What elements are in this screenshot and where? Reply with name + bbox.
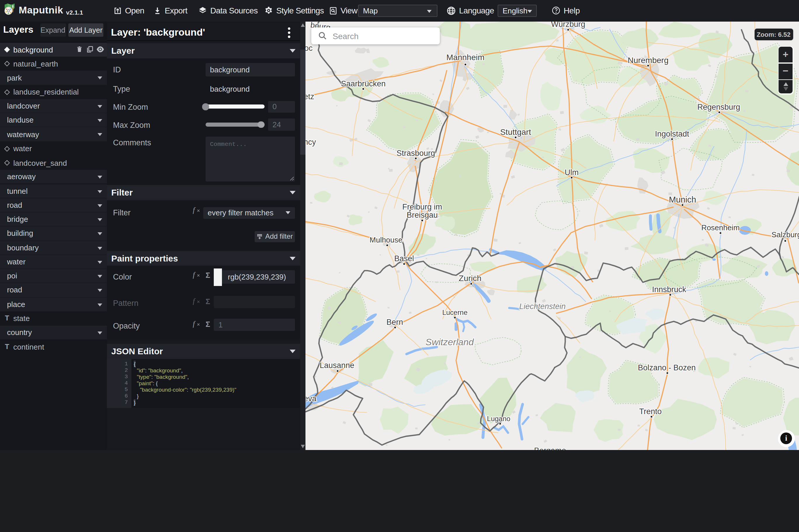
svg-text:Bern: Bern [386,318,403,326]
svg-text:Ulm: Ulm [564,168,578,176]
svg-text:Zurich: Zurich [459,273,481,283]
svg-text:ncy: ncy [305,137,316,146]
svg-text:Würzburg: Würzburg [551,21,585,28]
svg-text:Lucerne: Lucerne [442,308,467,316]
svg-text:Bergamo: Bergamo [534,446,566,450]
svg-text:Switzerland: Switzerland [425,337,474,347]
svg-text:Rosenheim: Rosenheim [701,223,739,232]
svg-text:Liechtenstein: Liechtenstein [519,302,565,310]
svg-text:Ingolstadt: Ingolstadt [655,129,689,138]
svg-text:Nuremberg: Nuremberg [627,55,668,64]
svg-text:Lugano: Lugano [487,414,510,422]
svg-text:Lausanne: Lausanne [319,361,354,369]
svg-text:Mannheim: Mannheim [446,53,484,61]
svg-text:Mulhouse: Mulhouse [369,235,403,244]
svg-text:Breisgau: Breisgau [407,210,438,219]
svg-text:Basel: Basel [394,254,413,263]
svg-text:oc: oc [305,43,313,52]
svg-text:Freiburg im: Freiburg im [402,202,442,211]
svg-text:Trento: Trento [639,407,662,416]
svg-text:eva: eva [305,394,316,403]
svg-text:Strasbourg: Strasbourg [396,149,435,157]
svg-text:Saarbrücken: Saarbrücken [340,79,385,88]
svg-text:Munich: Munich [669,195,696,204]
svg-text:etz: etz [305,92,314,101]
svg-text:Stuttgart: Stuttgart [500,127,531,136]
svg-text:Salzburg: Salzburg [771,230,799,239]
svg-text:Regensburg: Regensburg [697,102,740,111]
svg-text:Bolzano - Bozen: Bolzano - Bozen [637,363,695,372]
svg-text:Innsbruck: Innsbruck [652,285,686,293]
